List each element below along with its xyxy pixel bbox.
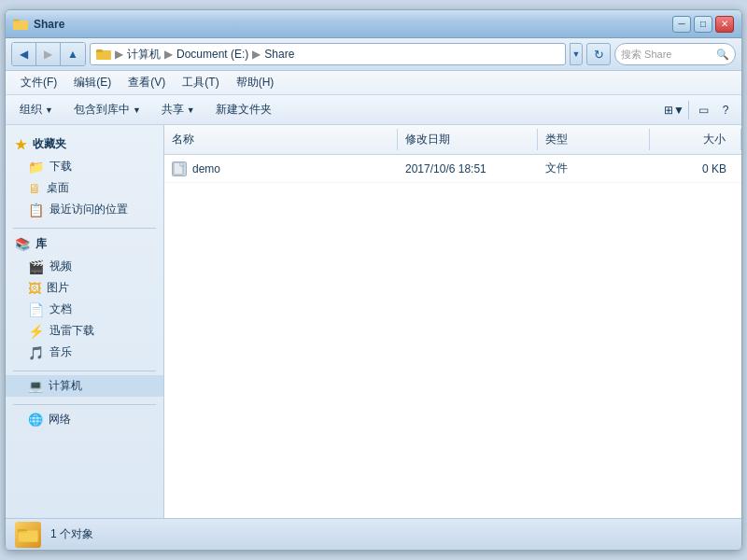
- menu-bar: 文件(F) 编辑(E) 查看(V) 工具(T) 帮助(H): [6, 71, 741, 95]
- toolbar-separator: [688, 101, 689, 119]
- col-header-type[interactable]: 类型: [538, 129, 650, 150]
- favorites-label: 收藏夹: [33, 136, 66, 152]
- forward-button[interactable]: ▶: [36, 43, 61, 65]
- share-arrow: ▼: [187, 105, 195, 115]
- sidebar-divider-3: [13, 404, 156, 405]
- path-separator-1: ▶: [115, 48, 123, 61]
- star-icon: ★: [15, 137, 27, 152]
- share-button[interactable]: 共享 ▼: [153, 98, 204, 121]
- downloads-folder-icon: 📁: [28, 160, 44, 175]
- preview-pane-button[interactable]: ▭: [693, 100, 713, 120]
- pictures-label: 图片: [47, 280, 69, 296]
- svg-rect-4: [96, 49, 103, 52]
- sidebar-divider-2: [13, 371, 156, 371]
- computer-section: 💻 计算机: [6, 375, 163, 397]
- sidebar-item-documents[interactable]: 📄 文档: [6, 299, 163, 320]
- thunder-icon: ⚡: [28, 324, 44, 339]
- organize-button[interactable]: 组织 ▼: [11, 98, 62, 121]
- include-lib-button[interactable]: 包含到库中 ▼: [65, 98, 149, 121]
- menu-view[interactable]: 查看(V): [120, 73, 173, 92]
- col-header-size[interactable]: 大小: [650, 129, 741, 150]
- address-bar: ◀ ▶ ▲ ▶ 计算机 ▶ Document (E:) ▶ Share ▼ ↻ …: [6, 38, 741, 71]
- documents-label: 文档: [49, 301, 72, 317]
- title-bar: Share ─ □ ✕: [6, 10, 741, 38]
- file-name-cell: demo: [164, 159, 398, 179]
- network-label: 网络: [49, 412, 71, 427]
- title-folder-icon: [13, 17, 28, 32]
- recent-label: 最近访问的位置: [49, 202, 128, 217]
- main-content: ★ 收藏夹 📁 下载 🖥 桌面 📋 最近访问的位置: [6, 125, 741, 518]
- organize-arrow: ▼: [45, 105, 53, 115]
- path-dropdown-button[interactable]: ▼: [570, 43, 583, 65]
- sidebar-item-video[interactable]: 🎬 视频: [6, 256, 163, 277]
- organize-label: 组织: [20, 102, 42, 118]
- sidebar-item-thunder[interactable]: ⚡ 迅雷下载: [6, 320, 163, 342]
- sidebar-item-pictures[interactable]: 🖼 图片: [6, 277, 163, 299]
- path-separator-2: ▶: [164, 48, 173, 61]
- refresh-button[interactable]: ↻: [586, 43, 611, 65]
- search-box[interactable]: 搜索 Share 🔍: [614, 43, 736, 65]
- sidebar-item-computer[interactable]: 💻 计算机: [6, 375, 163, 397]
- menu-file[interactable]: 文件(F): [13, 73, 64, 92]
- sidebar-item-recent[interactable]: 📋 最近访问的位置: [6, 199, 163, 220]
- file-type-cell: 文件: [538, 158, 650, 179]
- minimize-button[interactable]: ─: [672, 16, 691, 33]
- music-icon: 🎵: [28, 345, 44, 360]
- documents-icon: 📄: [28, 302, 44, 317]
- include-lib-arrow: ▼: [133, 105, 141, 115]
- library-label: 库: [35, 236, 47, 252]
- path-share: Share: [264, 48, 294, 61]
- recent-folder-icon: 📋: [28, 203, 44, 217]
- col-header-date[interactable]: 修改日期: [398, 129, 538, 150]
- menu-edit[interactable]: 编辑(E): [66, 73, 119, 92]
- view-controls: ⊞▼ ▭ ?: [664, 100, 736, 120]
- new-folder-label: 新建文件夹: [216, 102, 272, 118]
- menu-tools[interactable]: 工具(T): [175, 73, 226, 92]
- help-button[interactable]: ?: [715, 100, 736, 120]
- path-computer: 计算机: [127, 47, 161, 63]
- svg-rect-8: [19, 531, 37, 541]
- svg-rect-5: [174, 162, 183, 175]
- maximize-button[interactable]: □: [694, 16, 712, 33]
- music-label: 音乐: [49, 344, 72, 360]
- menu-help[interactable]: 帮助(H): [229, 73, 282, 92]
- view-list-button[interactable]: ⊞▼: [664, 100, 684, 120]
- library-section: 📚 库 🎬 视频 🖼 图片 📄 文档 ⚡ 迅雷下载: [6, 232, 163, 363]
- nav-group: ◀ ▶ ▲: [11, 42, 86, 66]
- table-row[interactable]: demo 2017/10/6 18:51 文件 0 KB: [164, 155, 741, 183]
- file-size-cell: 0 KB: [650, 160, 741, 178]
- search-placeholder: 搜索 Share: [621, 48, 712, 62]
- svg-rect-2: [13, 21, 28, 30]
- new-folder-button[interactable]: 新建文件夹: [207, 98, 280, 121]
- up-button[interactable]: ▲: [61, 43, 85, 65]
- sidebar-item-network[interactable]: 🌐 网络: [6, 409, 163, 430]
- include-lib-label: 包含到库中: [74, 102, 130, 118]
- col-header-name[interactable]: 名称: [164, 129, 398, 150]
- path-folder-icon: [96, 48, 111, 61]
- back-button[interactable]: ◀: [12, 43, 36, 65]
- file-name: demo: [192, 162, 220, 175]
- path-drive: Document (E:): [176, 48, 248, 61]
- favorites-header: ★ 收藏夹: [6, 133, 163, 156]
- close-button[interactable]: ✕: [715, 16, 734, 33]
- search-icon[interactable]: 🔍: [716, 49, 729, 61]
- library-icon: 📚: [15, 237, 30, 251]
- video-icon: 🎬: [28, 259, 44, 274]
- title-buttons: ─ □ ✕: [672, 16, 734, 33]
- path-separator-3: ▶: [252, 48, 261, 61]
- downloads-label: 下载: [49, 159, 72, 175]
- toolbar: 组织 ▼ 包含到库中 ▼ 共享 ▼ 新建文件夹 ⊞▼ ▭ ?: [6, 95, 741, 125]
- sidebar-item-downloads[interactable]: 📁 下载: [6, 156, 163, 177]
- network-icon: 🌐: [28, 413, 43, 427]
- pictures-icon: 🖼: [28, 281, 41, 296]
- library-header: 📚 库: [6, 232, 163, 256]
- sidebar-divider-1: [13, 228, 156, 229]
- window: Share ─ □ ✕ ◀ ▶ ▲ ▶ 计算机 ▶ Document (E:) …: [5, 9, 742, 551]
- window-title: Share: [34, 18, 64, 31]
- sidebar-item-music[interactable]: 🎵 音乐: [6, 342, 163, 363]
- file-area: 名称 修改日期 类型 大小 demo 2017/10/6 18:51: [164, 125, 741, 518]
- file-date-cell: 2017/10/6 18:51: [398, 160, 538, 178]
- sidebar-item-desktop[interactable]: 🖥 桌面: [6, 177, 163, 199]
- address-path[interactable]: ▶ 计算机 ▶ Document (E:) ▶ Share: [90, 43, 566, 65]
- sidebar: ★ 收藏夹 📁 下载 🖥 桌面 📋 最近访问的位置: [6, 125, 164, 518]
